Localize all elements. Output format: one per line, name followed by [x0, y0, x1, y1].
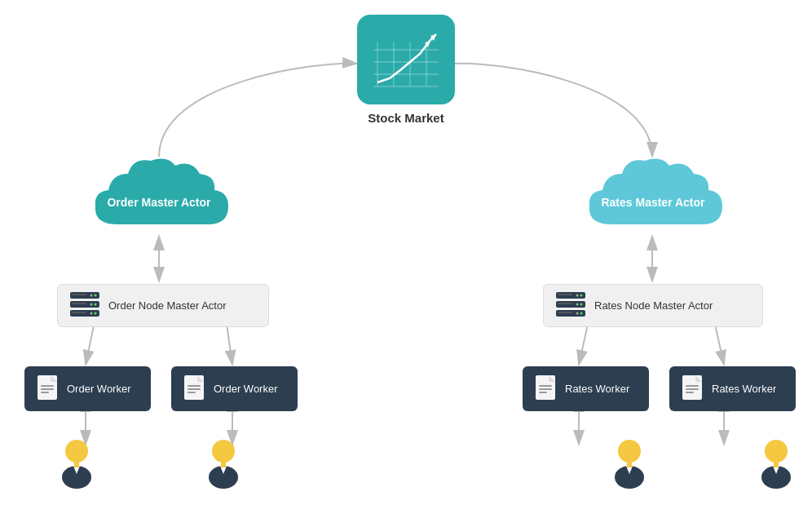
- svg-rect-79: [221, 461, 226, 467]
- rates-node-label: Rates Node Master Actor: [594, 299, 713, 312]
- rates-worker-1-box: Rates Worker: [523, 366, 649, 411]
- order-worker-1-box: Order Worker: [24, 366, 151, 411]
- order-master-actor-cloud: Order Master Actor: [77, 151, 241, 249]
- svg-rect-52: [41, 385, 54, 387]
- rates-worker-1-label: Rates Worker: [565, 383, 629, 395]
- svg-rect-74: [74, 461, 79, 467]
- person-icon-4: [755, 436, 797, 490]
- server-icon-rates: [555, 291, 586, 320]
- svg-point-86: [766, 441, 786, 461]
- svg-point-39: [580, 295, 583, 297]
- svg-rect-54: [41, 392, 49, 393]
- stock-market-icon: [357, 15, 455, 104]
- person-icon-1: [55, 436, 98, 490]
- rates-master-actor-cloud: Rates Master Actor: [571, 151, 735, 249]
- server-icon: [69, 291, 100, 320]
- rates-master-actor-label: Rates Master Actor: [589, 179, 717, 221]
- rates-worker-2-label: Rates Worker: [712, 383, 776, 395]
- svg-rect-89: [774, 461, 779, 467]
- svg-rect-84: [627, 461, 632, 467]
- svg-point-43: [580, 304, 583, 306]
- svg-point-47: [580, 312, 583, 315]
- svg-rect-57: [188, 385, 201, 387]
- svg-rect-67: [686, 385, 699, 387]
- svg-rect-29: [72, 294, 86, 295]
- svg-rect-37: [72, 312, 86, 313]
- order-worker-2-label: Order Worker: [214, 383, 278, 395]
- order-node-label: Order Node Master Actor: [108, 299, 227, 312]
- stock-market-container: Stock Market: [357, 15, 455, 125]
- svg-rect-33: [72, 303, 86, 304]
- svg-point-44: [576, 304, 579, 306]
- svg-rect-62: [539, 385, 552, 387]
- svg-rect-69: [686, 392, 694, 393]
- svg-rect-63: [539, 388, 552, 390]
- svg-rect-53: [41, 388, 54, 390]
- diagram: Stock Market Order Master Actor Rates Ma…: [0, 0, 812, 514]
- svg-rect-64: [539, 392, 547, 393]
- doc-icon-2: [183, 374, 205, 403]
- svg-rect-49: [558, 312, 572, 313]
- svg-point-71: [67, 441, 86, 461]
- svg-rect-68: [686, 388, 699, 390]
- svg-point-81: [620, 441, 639, 461]
- order-worker-1-label: Order Worker: [67, 383, 131, 395]
- svg-point-76: [214, 441, 233, 461]
- rates-worker-2-box: Rates Worker: [669, 366, 796, 411]
- svg-point-35: [95, 312, 97, 315]
- svg-rect-45: [558, 303, 572, 304]
- doc-icon-3: [534, 374, 557, 403]
- svg-point-28: [90, 295, 93, 297]
- svg-rect-59: [188, 392, 196, 393]
- doc-icon-4: [681, 374, 704, 403]
- svg-point-40: [576, 295, 579, 297]
- svg-point-27: [95, 295, 97, 297]
- order-node-master-actor-box: Order Node Master Actor: [57, 284, 269, 327]
- svg-rect-41: [558, 294, 572, 295]
- doc-icon-1: [36, 374, 59, 403]
- svg-rect-58: [188, 388, 201, 390]
- order-master-actor-label: Order Master Actor: [95, 179, 223, 221]
- person-icon-3: [608, 436, 651, 490]
- order-worker-2-box: Order Worker: [171, 366, 298, 411]
- rates-node-master-actor-box: Rates Node Master Actor: [543, 284, 763, 327]
- svg-point-32: [90, 304, 93, 306]
- stock-market-label: Stock Market: [368, 111, 444, 125]
- person-icon-2: [202, 436, 245, 490]
- svg-point-36: [90, 312, 93, 315]
- svg-point-48: [576, 312, 579, 315]
- svg-point-31: [95, 304, 97, 306]
